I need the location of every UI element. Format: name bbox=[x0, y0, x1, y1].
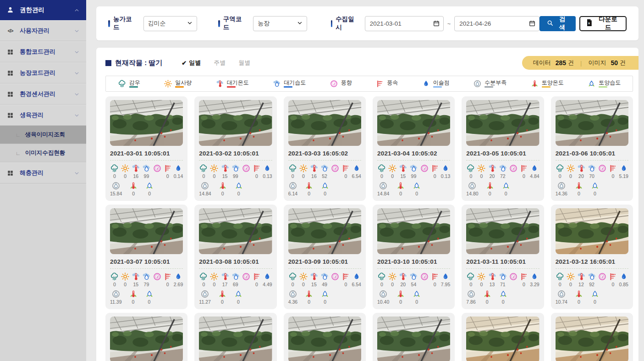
greenhouse-photo-thumbnail[interactable] bbox=[199, 100, 272, 146]
greenhouse-photo-thumbnail[interactable] bbox=[288, 317, 361, 361]
greenhouse-photo-thumbnail[interactable] bbox=[377, 208, 450, 254]
sensor-cell-wind-direction bbox=[598, 164, 607, 179]
greenhouse-photo-thumbnail[interactable] bbox=[377, 317, 450, 361]
air-humidity-icon bbox=[142, 164, 151, 173]
search-button[interactable]: 검색 bbox=[539, 16, 576, 31]
image-card[interactable]: 2021-03-08 10:05:01 00176904.49 11.2700 bbox=[194, 205, 276, 309]
sensor-cell-air-temp: 20 bbox=[398, 272, 407, 287]
zone-code-select[interactable]: 농장 bbox=[253, 16, 307, 31]
image-card[interactable]: 2021-03-14 10:05:01 bbox=[194, 313, 276, 361]
sensor-cell-air-temp: 20 bbox=[488, 164, 497, 179]
image-card[interactable]: 2021-03-10 10:05:01 00205407.95 10.4000 bbox=[373, 205, 455, 309]
image-card[interactable]: 2021-03-17 17:35:01 bbox=[462, 313, 544, 361]
sensor-value: 0 bbox=[292, 282, 294, 287]
sidebar-item-환경센서관리[interactable]: 환경센서관리 bbox=[0, 83, 86, 105]
tab-월별[interactable]: 월별 bbox=[238, 59, 250, 67]
legend-label: 토양온도 bbox=[542, 80, 564, 85]
sidebar-item-생육관리[interactable]: 생육관리 bbox=[0, 105, 86, 126]
sensor-value: 0 bbox=[292, 174, 294, 179]
image-card[interactable]: 2021-03-05 10:05:01 00207204.84 14.8000 bbox=[462, 96, 544, 201]
card-divider bbox=[466, 268, 539, 269]
sidebar-subitem-생육이미지조회[interactable]: ∟ 생육이미지조회 bbox=[0, 126, 86, 144]
farm-code-select[interactable]: 김미순 bbox=[143, 16, 197, 31]
sidebar-item-통합코드관리[interactable]: 통합코드관리 bbox=[0, 41, 86, 62]
sensor-cell-soil-temp: 0 bbox=[574, 289, 583, 305]
soil-humidity-icon bbox=[590, 181, 600, 190]
sensor-row-2: 4.3600 bbox=[288, 289, 361, 305]
sensor-cell-moisture-deficit: 15.84 bbox=[110, 181, 122, 196]
air-temp-icon bbox=[220, 272, 230, 281]
sensor-cell-air-temp: 15 bbox=[131, 272, 140, 287]
greenhouse-photo-thumbnail[interactable] bbox=[110, 317, 183, 361]
image-card[interactable]: 2021-03-03 16:05:02 00165206.54 6.1400 bbox=[284, 96, 366, 201]
image-card[interactable]: 2021-03-07 10:05:01 00157902.69 11.3900 bbox=[105, 205, 187, 309]
sensor-value: 0 bbox=[415, 191, 418, 196]
legend-underline bbox=[599, 86, 607, 88]
greenhouse-photo-thumbnail[interactable] bbox=[110, 208, 183, 254]
sensor-value: 14.84 bbox=[377, 191, 389, 196]
date-from-input[interactable] bbox=[365, 16, 444, 31]
greenhouse-photo-thumbnail[interactable] bbox=[199, 317, 272, 361]
tab-주별[interactable]: 주별 bbox=[214, 59, 226, 67]
image-card[interactable]: 2021-03-15 10:05:01 bbox=[284, 313, 366, 361]
greenhouse-photo-thumbnail[interactable] bbox=[556, 100, 628, 146]
soil-humidity-icon bbox=[499, 289, 508, 299]
sidebar-item-해충관리[interactable]: 해충관리 bbox=[0, 162, 86, 183]
greenhouse-photo-thumbnail[interactable] bbox=[288, 208, 361, 254]
sensor-cell-soil-temp: 0 bbox=[129, 289, 138, 305]
dew-point-icon bbox=[441, 272, 450, 281]
greenhouse-photo-thumbnail[interactable] bbox=[288, 100, 361, 146]
sidebar-item-농장코드관리[interactable]: 농장코드관리 bbox=[0, 62, 86, 83]
sensor-value: 0 bbox=[391, 282, 394, 287]
wind-direction-icon bbox=[420, 272, 429, 281]
wind-speed-icon bbox=[375, 79, 384, 88]
sensor-cell-soil-humidity: 0 bbox=[412, 181, 421, 196]
image-card[interactable]: 2021-03-06 10:05:01 00207005.19 14.3600 bbox=[551, 96, 633, 201]
wind-direction-icon bbox=[153, 272, 162, 281]
sensor-cell-air-temp: 15 bbox=[398, 164, 407, 179]
sidebar-item-권한관리[interactable]: 권한관리 bbox=[0, 0, 86, 20]
greenhouse-photo-thumbnail[interactable] bbox=[466, 317, 539, 361]
image-card[interactable]: 2021-03-04 10:05:02 00159900.13 14.8400 bbox=[373, 96, 455, 201]
date-to-input[interactable] bbox=[454, 16, 539, 31]
greenhouse-photo-thumbnail[interactable] bbox=[556, 208, 628, 254]
image-card[interactable]: 2021-03-16 10:05:02 bbox=[373, 313, 455, 361]
sun-icon bbox=[121, 272, 130, 281]
greenhouse-photo-thumbnail[interactable] bbox=[110, 100, 183, 146]
greenhouse-photo-thumbnail[interactable] bbox=[466, 208, 539, 254]
excel-file-icon: x bbox=[586, 19, 593, 28]
sensor-cell-wind-speed: 0 bbox=[608, 164, 617, 179]
legend-item-토양온도: 토양온도 bbox=[530, 79, 564, 88]
sidebar-subitem-이미지수집현황[interactable]: ∟ 이미지수집현황 bbox=[0, 144, 86, 162]
sensor-cell-sun: 0 bbox=[209, 164, 219, 179]
sensor-value: 0 bbox=[308, 191, 310, 196]
sensor-row-2: 6.1400 bbox=[288, 181, 361, 196]
image-card[interactable]: 2021-03-18 16:05:02 bbox=[551, 313, 633, 361]
sidebar-item-label: 생육관리 bbox=[20, 111, 44, 119]
current-crop-title: 현재작물 : 딸기 bbox=[105, 59, 162, 67]
image-card[interactable]: 2021-03-09 10:05:01 00154906.54 4.3600 bbox=[284, 205, 366, 309]
image-card[interactable]: 2021-03-11 10:05:01 00137103.29 7.8600 bbox=[462, 205, 544, 309]
image-card[interactable]: 2021-03-02 10:05:01 00159900.13 14.8400 bbox=[194, 96, 276, 201]
legend-label: 대기습도 bbox=[284, 80, 306, 85]
wind-direction-icon bbox=[242, 164, 251, 173]
sensor-cell-soil-humidity: 0 bbox=[234, 289, 243, 305]
image-card[interactable]: 2021-03-01 10:05:01 00169900.14 15.8400 bbox=[105, 96, 187, 201]
sensor-cell-air-temp: 15 bbox=[220, 164, 230, 179]
sidebar-subitem-label: 생육이미지조회 bbox=[25, 131, 66, 139]
greenhouse-photo-thumbnail[interactable] bbox=[199, 208, 272, 254]
greenhouse-photo-thumbnail[interactable] bbox=[377, 100, 450, 146]
image-card[interactable]: 2021-03-12 16:05:01 00129200.85 10.7400 bbox=[551, 205, 633, 309]
download-button[interactable]: x 다운로드 bbox=[579, 16, 627, 31]
tab-일별[interactable]: ✔ 일별 bbox=[182, 59, 201, 67]
image-card[interactable]: 2021-03-13 10:05:01 bbox=[105, 313, 187, 361]
sensor-cell-sun: 0 bbox=[388, 272, 397, 287]
greenhouse-photo-thumbnail[interactable] bbox=[556, 317, 628, 361]
legend-item-수분부족: 수분부족 bbox=[473, 79, 506, 88]
greenhouse-photo-thumbnail[interactable] bbox=[466, 100, 539, 146]
sidebar-item-사용자관리[interactable]: </> 사용자관리 bbox=[0, 20, 86, 41]
sensor-value: 10.74 bbox=[556, 300, 567, 305]
sensor-legend: 감우 일사량 대기온도 대기습도 풍향 풍속 bbox=[105, 76, 633, 92]
sensor-value: 0 bbox=[132, 300, 135, 305]
wind-direction-icon bbox=[153, 164, 162, 173]
